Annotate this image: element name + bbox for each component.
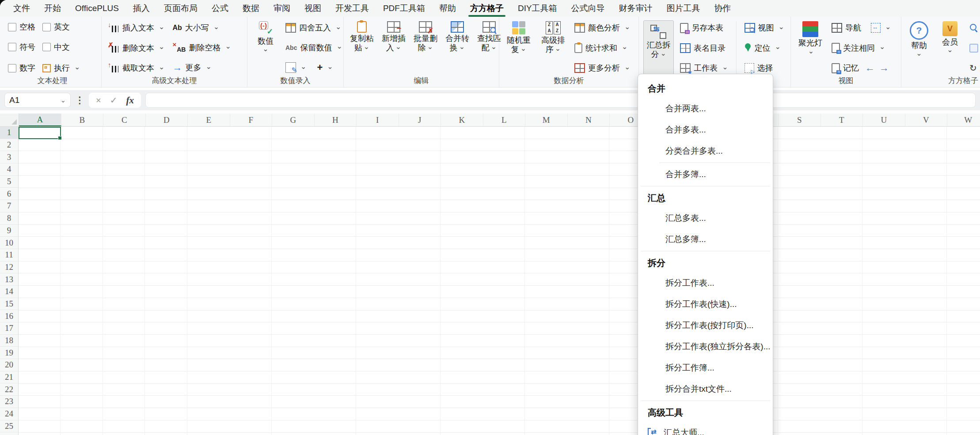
row-header-18[interactable]: 18 xyxy=(0,335,18,347)
checkbox-number[interactable]: 数字 xyxy=(8,62,35,74)
menu-item-图片工具[interactable]: 图片工具 xyxy=(660,0,707,17)
row-header-1[interactable]: 1 xyxy=(0,127,18,139)
keep-value-button[interactable]: Abc保留数值 xyxy=(284,42,344,54)
row-header-2[interactable]: 2 xyxy=(0,139,18,151)
column-header-T[interactable]: T xyxy=(821,113,863,126)
column-header-B[interactable]: B xyxy=(61,113,104,126)
select-all-corner[interactable] xyxy=(0,113,19,126)
insert-new-button[interactable]: −新增插入 xyxy=(380,20,407,76)
cancel-icon[interactable]: × xyxy=(96,95,101,106)
menu-item-汇总大师[interactable]: 汇总大师... xyxy=(638,422,773,435)
column-header-D[interactable]: D xyxy=(146,113,188,126)
extract-text-button[interactable]: ↑截取文本 xyxy=(106,62,166,74)
copy-paste-button[interactable]: 复制粘贴 xyxy=(348,20,376,76)
column-header-V[interactable]: V xyxy=(905,113,948,126)
column-header-W[interactable]: W xyxy=(947,113,980,126)
round-button[interactable]: 四舍五入 xyxy=(284,22,344,34)
row-header-11[interactable]: 11 xyxy=(0,249,18,261)
menu-item-公式[interactable]: 公式 xyxy=(205,0,236,17)
menu-item-拆分工作表[interactable]: 拆分工作表... xyxy=(638,272,773,294)
row-header-3[interactable]: 3 xyxy=(0,151,18,163)
case-button[interactable]: Ab大小写 xyxy=(171,22,232,34)
delete-text-button[interactable]: ✗删除文本 xyxy=(106,42,166,54)
follow-same-button[interactable]: ✉关注相同 xyxy=(830,42,893,54)
menu-item-帮助[interactable]: 帮助 xyxy=(432,0,463,17)
menu-item-合并多表[interactable]: 合并多表... xyxy=(638,119,773,140)
save-as-sheet-button[interactable]: H另存本表 xyxy=(678,22,729,34)
checkbox-icon[interactable] xyxy=(42,43,51,51)
random-repeat-button[interactable]: 随机重复 xyxy=(504,20,534,76)
name-box[interactable]: A1 ⌄ xyxy=(4,93,71,108)
column-header-K[interactable]: K xyxy=(441,113,483,126)
checkbox-symbol[interactable]: 符号 xyxy=(8,42,35,53)
menu-item-财务审计[interactable]: 财务审计 xyxy=(612,0,660,17)
column-header-G[interactable]: G xyxy=(272,113,315,126)
menu-item-方方格子[interactable]: 方方格子 xyxy=(463,0,511,17)
menu-item-协作[interactable]: 协作 xyxy=(707,0,738,17)
menu-item-汇总多簿[interactable]: 汇总多簿... xyxy=(638,229,773,250)
selected-cell-a1[interactable] xyxy=(19,127,61,139)
help-button[interactable]: ?帮助 xyxy=(906,20,932,76)
column-header-M[interactable]: M xyxy=(525,113,568,126)
menu-item-OfficePLUS[interactable]: OfficePLUS xyxy=(68,0,126,17)
column-header-U[interactable]: U xyxy=(863,113,905,126)
checkbox-chinese[interactable]: 中文 xyxy=(42,42,70,53)
member-button[interactable]: V会员 xyxy=(937,20,963,76)
view-button[interactable]: 视图 xyxy=(743,22,786,34)
cells-area[interactable] xyxy=(19,127,980,435)
column-header-E[interactable]: E xyxy=(188,113,230,126)
menu-item-审阅[interactable]: 审阅 xyxy=(266,0,297,17)
color-analysis-button[interactable]: 颜色分析 xyxy=(573,22,632,34)
menu-item-开发工具[interactable]: 开发工具 xyxy=(328,0,376,17)
plus-button[interactable]: + xyxy=(315,61,334,74)
advanced-sort-button[interactable]: ZA AZ 高级排序 xyxy=(538,20,568,76)
row-header-10[interactable]: 10 xyxy=(0,237,18,249)
menu-item-视图[interactable]: 视图 xyxy=(297,0,328,17)
column-header-A[interactable]: A xyxy=(19,113,61,126)
checkbox-icon[interactable] xyxy=(8,64,16,72)
worksheet-button[interactable]: ★工作表 xyxy=(678,62,729,74)
menu-item-拆分工作簿[interactable]: 拆分工作簿... xyxy=(638,357,773,378)
column-header-I[interactable]: I xyxy=(357,113,399,126)
select-button[interactable]: 选择 xyxy=(743,62,786,74)
enter-icon[interactable]: ✓ xyxy=(110,95,118,106)
row-header-13[interactable]: 13 xyxy=(0,273,18,286)
column-header-S[interactable]: S xyxy=(779,113,821,126)
row-header-17[interactable]: 17 xyxy=(0,322,18,335)
batch-delete-button[interactable]: ✗批量删除 xyxy=(412,20,439,76)
merge-convert-button[interactable]: 合并转换 xyxy=(444,20,471,76)
find-match-button[interactable]: 查找匹配 xyxy=(475,20,503,76)
more-button[interactable]: →更多 xyxy=(171,61,232,74)
value-button[interactable]: (-)✓ 数值 xyxy=(252,20,279,76)
menu-item-合并多簿[interactable]: 合并多簿... xyxy=(638,164,773,185)
row-header-4[interactable]: 4 xyxy=(0,163,18,176)
row-header-23[interactable]: 23 xyxy=(0,396,18,408)
fill-options-button[interactable] xyxy=(284,61,308,74)
row-header-16[interactable]: 16 xyxy=(0,310,18,322)
formula-bar-options-icon[interactable]: ⋮ xyxy=(75,95,84,106)
menu-item-开始[interactable]: 开始 xyxy=(37,0,68,17)
sheet-catalog-button[interactable]: 表名目录 xyxy=(678,42,729,54)
back-arrow-button[interactable]: ← xyxy=(865,62,875,74)
row-header-7[interactable]: 7 xyxy=(0,200,18,212)
chevron-down-icon[interactable]: ⌄ xyxy=(60,96,66,104)
menu-item-DIY工具箱[interactable]: DIY工具箱 xyxy=(511,0,564,17)
search-button[interactable]: 搜索 xyxy=(968,22,980,34)
menu-item-合并两表[interactable]: 合并两表... xyxy=(638,98,773,119)
stat-sum-button[interactable]: 统计求和 xyxy=(573,42,632,54)
menu-item-拆分合并txt文件[interactable]: 拆分合并txt文件... xyxy=(638,378,773,400)
row-header-12[interactable]: 12 xyxy=(0,261,18,274)
insert-function-icon[interactable]: fx xyxy=(126,95,134,106)
menu-item-数据[interactable]: 数据 xyxy=(236,0,266,17)
checkbox-space[interactable]: 空格 xyxy=(8,22,35,32)
ai-button[interactable]: AI xyxy=(968,42,980,53)
row-header-14[interactable]: 14 xyxy=(0,286,18,298)
menu-item-公式向导[interactable]: 公式向导 xyxy=(564,0,612,17)
repeat-button[interactable]: ↻重复 xyxy=(968,62,980,74)
column-header-L[interactable]: L xyxy=(483,113,526,126)
menu-item-页面布局[interactable]: 页面布局 xyxy=(157,0,205,17)
menu-item-分类合并多表[interactable]: 分类合并多表... xyxy=(638,140,773,162)
forward-arrow-button[interactable]: → xyxy=(879,62,889,74)
column-header-C[interactable]: C xyxy=(103,113,146,126)
row-header-6[interactable]: 6 xyxy=(0,188,18,200)
